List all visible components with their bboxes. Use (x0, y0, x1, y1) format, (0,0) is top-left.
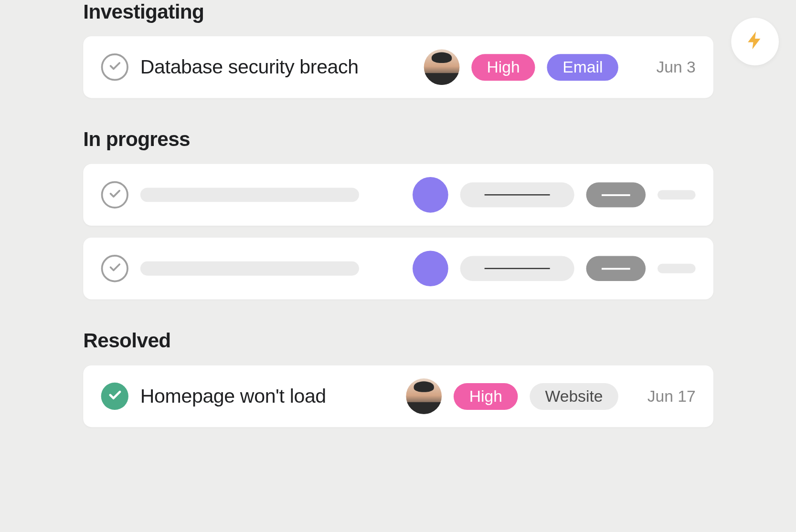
assignee-avatar-placeholder[interactable] (413, 177, 448, 213)
complete-task-button[interactable] (101, 53, 128, 81)
section-title-in-progress: In progress (83, 128, 713, 151)
pill-placeholder (460, 256, 574, 281)
task-title-placeholder (140, 188, 359, 202)
pill-placeholder (586, 182, 646, 207)
task-card[interactable]: Homepage won't load High Website Jun 17 (83, 365, 713, 427)
check-icon (107, 260, 122, 277)
date-placeholder (658, 190, 696, 199)
assignee-avatar-placeholder[interactable] (413, 250, 448, 286)
complete-task-button[interactable] (101, 255, 128, 282)
lightning-icon (744, 30, 766, 53)
task-date[interactable]: Jun 17 (636, 387, 696, 406)
pill-placeholder (460, 182, 574, 207)
section-title-resolved: Resolved (83, 329, 713, 353)
section-resolved: Resolved Homepage won't load High Websit… (83, 329, 713, 427)
task-date[interactable]: Jun 3 (636, 58, 696, 76)
source-pill[interactable]: Website (530, 383, 618, 409)
task-card-placeholder[interactable] (83, 238, 713, 299)
priority-pill[interactable]: High (454, 383, 518, 409)
section-investigating: Investigating Database security breach H… (83, 0, 713, 98)
task-title[interactable]: Homepage won't load (140, 385, 326, 407)
complete-task-button[interactable] (101, 383, 128, 410)
task-card-placeholder[interactable] (83, 164, 713, 226)
task-title-placeholder (140, 261, 359, 276)
date-placeholder (658, 264, 696, 273)
task-card[interactable]: Database security breach High Email Jun … (83, 36, 713, 98)
section-title-investigating: Investigating (83, 0, 713, 23)
check-icon (107, 59, 122, 75)
assignee-avatar[interactable] (406, 378, 442, 414)
source-pill[interactable]: Email (547, 54, 618, 81)
assignee-avatar[interactable] (424, 49, 460, 85)
check-icon (107, 387, 122, 405)
lightning-action-button[interactable] (731, 18, 779, 65)
complete-task-button[interactable] (101, 181, 128, 209)
pill-placeholder (586, 256, 646, 281)
task-title[interactable]: Database security breach (140, 56, 359, 78)
check-icon (107, 187, 122, 203)
section-in-progress: In progress (83, 128, 713, 300)
priority-pill[interactable]: High (471, 54, 535, 81)
